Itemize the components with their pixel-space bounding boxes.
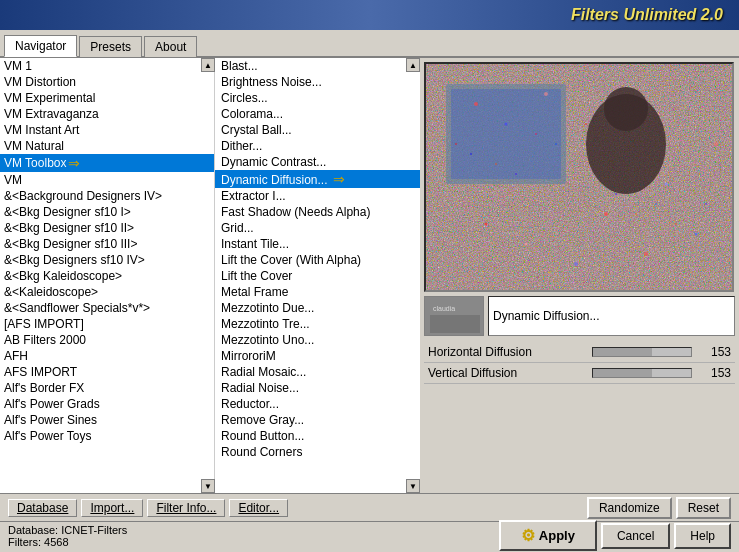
svg-point-6 bbox=[604, 87, 648, 131]
svg-point-23 bbox=[535, 133, 537, 135]
main-content: ▲ VM 1 VM Distortion VM Experimental VM … bbox=[0, 58, 739, 493]
left-lists: ▲ VM 1 VM Distortion VM Experimental VM … bbox=[0, 58, 420, 493]
filter-item[interactable]: Brightness Noise... bbox=[215, 74, 420, 90]
svg-point-13 bbox=[714, 142, 718, 146]
import-button[interactable]: Import... bbox=[81, 499, 143, 517]
filter-item-selected[interactable]: Dynamic Diffusion... ⇒ bbox=[215, 170, 420, 188]
list-item[interactable]: &<Bkg Designers sf10 IV> bbox=[0, 252, 214, 268]
param-slider-horizontal[interactable] bbox=[592, 347, 692, 357]
list-item[interactable]: VM Instant Art bbox=[0, 122, 214, 138]
svg-point-8 bbox=[474, 102, 478, 106]
filter-item[interactable]: Fast Shadow (Needs Alpha) bbox=[215, 204, 420, 220]
filter-panel-wrapper: ▲ Blast... Brightness Noise... Circles..… bbox=[215, 58, 420, 493]
svg-point-14 bbox=[485, 223, 488, 226]
svg-point-10 bbox=[544, 92, 548, 96]
help-button[interactable]: Help bbox=[674, 523, 731, 549]
filter-item[interactable]: MirrororiM bbox=[215, 348, 420, 364]
filter-item[interactable]: Extractor I... bbox=[215, 188, 420, 204]
svg-point-16 bbox=[525, 243, 528, 246]
list-item[interactable]: Alf's Power Grads bbox=[0, 396, 214, 412]
list-item[interactable]: &<Background Designers IV> bbox=[0, 188, 214, 204]
list-item[interactable]: VM bbox=[0, 172, 214, 188]
list-item[interactable]: Alf's Power Sines bbox=[0, 412, 214, 428]
svg-point-30 bbox=[705, 203, 707, 205]
filters-value: 4568 bbox=[44, 536, 68, 548]
filter-item[interactable]: Mezzotinto Uno... bbox=[215, 332, 420, 348]
svg-point-21 bbox=[495, 163, 497, 165]
tab-navigator[interactable]: Navigator bbox=[4, 35, 77, 57]
list-item[interactable]: VM Distortion bbox=[0, 74, 214, 90]
apply-button[interactable]: ⚙ Apply bbox=[499, 520, 597, 551]
filter-item[interactable]: Lift the Cover bbox=[215, 268, 420, 284]
svg-rect-33 bbox=[430, 315, 480, 333]
apply-label: Apply bbox=[539, 528, 575, 543]
list-item[interactable]: &<Sandflower Specials*v*> bbox=[0, 300, 214, 316]
list-item[interactable]: VM 1 bbox=[0, 58, 214, 74]
filter-item[interactable]: Dither... bbox=[215, 138, 420, 154]
list-item[interactable]: VM Experimental bbox=[0, 90, 214, 106]
list-item[interactable]: &<Bkg Designer sf10 III> bbox=[0, 236, 214, 252]
database-button[interactable]: Database bbox=[8, 499, 77, 517]
filter-item[interactable]: Circles... bbox=[215, 90, 420, 106]
filter-item[interactable]: Colorama... bbox=[215, 106, 420, 122]
filter-item[interactable]: Round Corners bbox=[215, 444, 420, 460]
svg-point-20 bbox=[470, 153, 472, 155]
filter-scroll-down[interactable]: ▼ bbox=[406, 479, 420, 493]
list-item[interactable]: &<Kaleidoscope> bbox=[0, 284, 214, 300]
filter-item[interactable]: Instant Tile... bbox=[215, 236, 420, 252]
list-item[interactable]: Alf's Power Toys bbox=[0, 428, 214, 444]
list-item[interactable]: &<Bkg Designer sf10 II> bbox=[0, 220, 214, 236]
filter-item[interactable]: Radial Noise... bbox=[215, 380, 420, 396]
filter-item[interactable]: Blast... bbox=[215, 58, 420, 74]
database-value: ICNET-Filters bbox=[61, 524, 127, 536]
filter-info-button[interactable]: Filter Info... bbox=[147, 499, 225, 517]
filter-item[interactable]: Crystal Ball... bbox=[215, 122, 420, 138]
list-item[interactable]: VM Natural bbox=[0, 138, 214, 154]
status-bar: Database: ICNET-Filters Filters: 4568 ⚙ … bbox=[0, 521, 739, 549]
filter-item[interactable]: Remove Gray... bbox=[215, 412, 420, 428]
param-slider-vertical[interactable] bbox=[592, 368, 692, 378]
list-item[interactable]: &<Bkg Designer sf10 I> bbox=[0, 204, 214, 220]
svg-point-19 bbox=[455, 143, 457, 145]
list-item[interactable]: AB Filters 2000 bbox=[0, 332, 214, 348]
filter-item[interactable]: Metal Frame bbox=[215, 284, 420, 300]
category-scroll-down[interactable]: ▼ bbox=[201, 479, 215, 493]
list-item[interactable]: AFS IMPORT bbox=[0, 364, 214, 380]
filter-item[interactable]: Dynamic Contrast... bbox=[215, 154, 420, 170]
filter-item[interactable]: Lift the Cover (With Alpha) bbox=[215, 252, 420, 268]
reset-button[interactable]: Reset bbox=[676, 497, 731, 519]
svg-point-9 bbox=[505, 123, 508, 126]
filters-status: Filters: 4568 bbox=[8, 536, 127, 548]
arrow-icon: ⇒ bbox=[333, 171, 345, 187]
filter-item[interactable]: Radial Mosaic... bbox=[215, 364, 420, 380]
list-item[interactable]: &<Bkg Kaleidoscope> bbox=[0, 268, 214, 284]
category-list: VM 1 VM Distortion VM Experimental VM Ex… bbox=[0, 58, 215, 493]
filter-item[interactable]: Reductor... bbox=[215, 396, 420, 412]
filter-item[interactable]: Round Button... bbox=[215, 428, 420, 444]
filter-name-display: Dynamic Diffusion... bbox=[488, 296, 735, 336]
database-label: Database: bbox=[8, 524, 58, 536]
filters-label: Filters: bbox=[8, 536, 41, 548]
filter-item[interactable]: Mezzotinto Tre... bbox=[215, 316, 420, 332]
tab-presets[interactable]: Presets bbox=[79, 36, 142, 57]
list-item[interactable]: AFH bbox=[0, 348, 214, 364]
database-status: Database: ICNET-Filters bbox=[8, 524, 127, 536]
filter-item[interactable]: Grid... bbox=[215, 220, 420, 236]
list-item[interactable]: VM Extravaganza bbox=[0, 106, 214, 122]
svg-point-28 bbox=[655, 203, 657, 205]
list-item[interactable]: [AFS IMPORT] bbox=[0, 316, 214, 332]
arrow-icon: ⇒ bbox=[68, 155, 80, 171]
tab-about[interactable]: About bbox=[144, 36, 197, 57]
filter-thumbnail: claudia bbox=[424, 296, 484, 336]
filter-scroll-up[interactable]: ▲ bbox=[406, 58, 420, 72]
apply-icon: ⚙ bbox=[521, 526, 535, 545]
list-item[interactable]: Alf's Border FX bbox=[0, 380, 214, 396]
editor-button[interactable]: Editor... bbox=[229, 499, 288, 517]
randomize-button[interactable]: Randomize bbox=[587, 497, 672, 519]
svg-point-11 bbox=[604, 212, 608, 216]
list-item-selected[interactable]: VM Toolbox ⇒ bbox=[0, 154, 214, 172]
category-scroll-up[interactable]: ▲ bbox=[201, 58, 215, 72]
filter-item[interactable]: Mezzotinto Due... bbox=[215, 300, 420, 316]
cancel-button[interactable]: Cancel bbox=[601, 523, 670, 549]
svg-point-25 bbox=[585, 123, 587, 125]
